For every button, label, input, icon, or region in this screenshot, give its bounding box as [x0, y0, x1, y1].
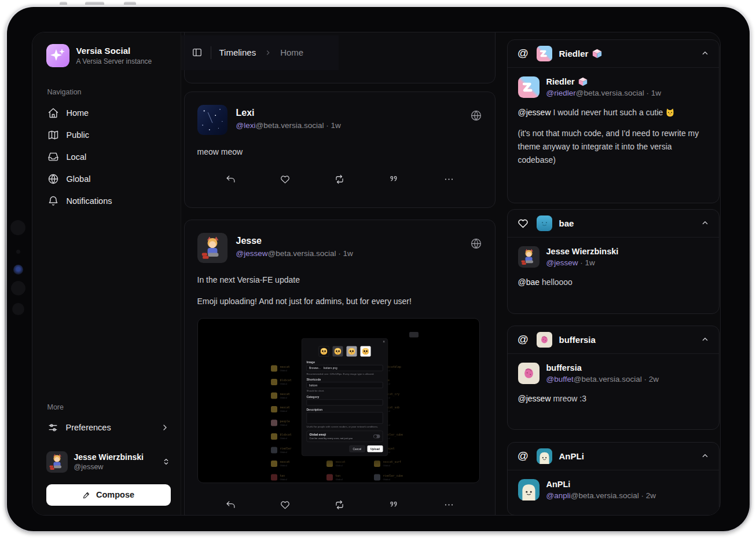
screenshot-button-blur — [409, 332, 419, 338]
notification-user-handle[interactable]: @jessew — [546, 258, 578, 267]
dock-app-icon[interactable] — [11, 281, 25, 295]
sidebar-item-home[interactable]: Home — [46, 102, 171, 124]
quote-button[interactable] — [386, 497, 402, 513]
notification-user-name[interactable]: Jesse Wierzbinski — [546, 247, 619, 256]
like-button[interactable] — [277, 171, 293, 187]
avatar[interactable] — [518, 246, 540, 268]
notification-header[interactable]: @ Riedler — [508, 40, 719, 68]
mention-icon: @ — [517, 450, 530, 462]
field-label: Category — [306, 395, 383, 399]
post-author-domain: @beta.versia.social · 1w — [255, 121, 340, 130]
reply-button[interactable] — [223, 171, 238, 187]
notification-user-name[interactable]: AnPLi — [546, 480, 571, 489]
breadcrumb-current: Home — [280, 48, 303, 57]
breadcrumb-root[interactable]: Timelines — [219, 48, 256, 57]
versia-logo-icon — [46, 44, 69, 67]
notification-user-name[interactable]: Riedler — [546, 77, 575, 86]
mention-icon: @ — [517, 47, 530, 60]
globe-icon — [47, 173, 59, 185]
preferences-label: Preferences — [66, 423, 153, 432]
toggle-label: Global emoji — [309, 433, 373, 437]
sidebar-item-public[interactable]: Public — [46, 124, 171, 146]
map-icon — [47, 129, 59, 141]
sidebar-item-label: Home — [67, 108, 89, 118]
panel-left-toggle-icon[interactable] — [192, 47, 203, 58]
versia-app-window: Versia Social A Versia Server instance N… — [32, 32, 721, 516]
description-textarea — [306, 412, 383, 424]
visibility-globe-icon — [470, 238, 482, 250]
post-author-handle[interactable]: @lexi — [236, 121, 256, 130]
timeline-column: Timelines Home Lexi @lexi@beta.versia.so… — [181, 32, 507, 515]
compose-button[interactable]: Compose — [46, 484, 171, 506]
dock-app-icon[interactable] — [13, 265, 23, 275]
emoji-table-row: neocatGlobal — [326, 457, 375, 471]
dock-app-icon[interactable] — [16, 250, 20, 254]
emoji-table-row: tanGlobal — [271, 470, 319, 483]
cube-emoji — [592, 49, 602, 59]
field-label: Image — [306, 361, 383, 364]
close-icon: × — [383, 339, 385, 344]
collapse-chevron-icon[interactable] — [700, 335, 710, 344]
collapse-chevron-icon[interactable] — [700, 49, 710, 58]
divider — [211, 46, 211, 59]
collapse-chevron-icon[interactable] — [700, 218, 710, 228]
notification-user-handle[interactable]: @anpli — [546, 491, 571, 500]
quote-button[interactable] — [386, 171, 402, 187]
sidebar-more-section: More Preferences Jesse Wierzbinski @jess… — [46, 403, 171, 506]
avatar[interactable] — [518, 76, 540, 98]
notification-title: Riedler — [559, 49, 589, 59]
sidebar-item-preferences[interactable]: Preferences — [46, 417, 171, 439]
current-user-handle: @jessew — [74, 463, 155, 471]
notification-header[interactable]: @ AnPLi — [508, 443, 719, 470]
post-author-name[interactable]: Jesse — [236, 236, 461, 246]
toggle-hint: Can be used by every user, not just you — [309, 437, 373, 440]
sidebar-item-global[interactable]: Global — [46, 168, 171, 190]
post-content: meow meow — [197, 146, 482, 158]
avatar[interactable] — [197, 233, 227, 263]
notification-user-handle[interactable]: @riedler — [546, 89, 576, 97]
notification-title: buffersia — [559, 335, 596, 345]
inbox-icon — [47, 151, 59, 163]
post-author-handle[interactable]: @jessew — [236, 249, 268, 258]
more-section-label: More — [47, 403, 171, 411]
global-emoji-setting: Global emoji Can be used by every user, … — [306, 431, 383, 443]
notification-header[interactable]: @ buffersia — [508, 326, 719, 354]
sidebar-item-label: Notifications — [67, 196, 112, 206]
boost-button[interactable] — [332, 497, 347, 513]
avatar — [537, 46, 552, 61]
account-switcher[interactable]: Jesse Wierzbinski @jessew — [46, 451, 171, 473]
avatar[interactable] — [518, 363, 540, 384]
notification-title: bae — [559, 218, 574, 228]
dock-app-icon[interactable] — [10, 220, 25, 235]
post-author-name[interactable]: Lexi — [236, 108, 461, 118]
avatar[interactable] — [518, 479, 540, 500]
boost-button[interactable] — [332, 171, 347, 187]
notification-user-name[interactable]: buffersia — [546, 363, 582, 372]
emoji-upload-dialog: × Image Browse...bottom.png — [302, 338, 388, 456]
tablet-frame: Versia Social A Versia Server instance N… — [5, 5, 751, 533]
dock-app-icon[interactable] — [12, 303, 24, 315]
shortcode-input: bottom — [306, 382, 383, 389]
notification-header[interactable]: bae — [508, 210, 719, 238]
notification-content: (it's not that much code, and I'd need t… — [518, 127, 709, 166]
post-attachment-image[interactable]: neocatGlobalblobcatGlobalneocatGlobalneo… — [197, 318, 480, 483]
avatar[interactable] — [197, 105, 227, 135]
more-options-button[interactable] — [441, 497, 457, 513]
collapse-chevron-icon[interactable] — [700, 451, 710, 461]
notification-title: AnPLi — [559, 451, 584, 461]
tablet-screen: Versia Social A Versia Server instance N… — [7, 7, 750, 531]
notification-user-handle[interactable]: @buffet — [546, 375, 574, 383]
avatar — [537, 215, 552, 231]
notification-content: @jessew I would never hurt such a cutie — [518, 106, 709, 119]
server-identity[interactable]: Versia Social A Versia Server instance — [46, 44, 171, 67]
post-action-bar — [197, 171, 482, 187]
reply-button[interactable] — [223, 497, 238, 513]
sidebar-item-notifications[interactable]: Notifications — [46, 190, 171, 212]
chevrons-up-down-icon — [162, 457, 171, 466]
more-options-button[interactable] — [441, 171, 457, 187]
cancel-button: Cancel — [349, 445, 365, 452]
emoji-table-row: tanGlobal — [326, 470, 375, 483]
sidebar-item-local[interactable]: Local — [46, 146, 171, 168]
notification-card: @ buffersia buffersia @buffet@beta.versi… — [507, 326, 720, 430]
like-button[interactable] — [277, 497, 293, 513]
